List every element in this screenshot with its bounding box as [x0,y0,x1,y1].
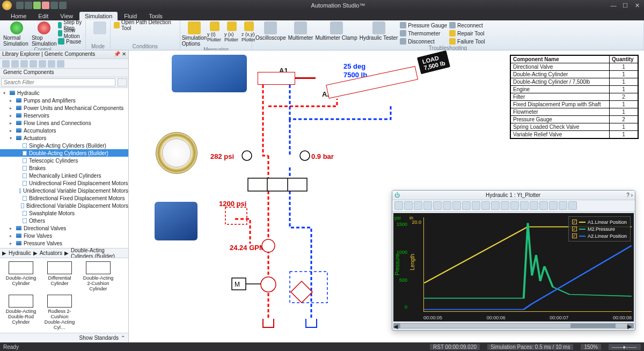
tree-item[interactable]: ▸Power Units and Mechanical Components [0,104,128,112]
svg-rect-5 [225,207,247,224]
qat-icon[interactable] [42,2,49,9]
svg-text:M: M [235,281,240,288]
tree-item[interactable]: ▸Reservoirs [0,112,128,119]
minimize-button[interactable]: — [610,2,617,9]
tree-item[interactable]: ▸Accumulators [0,127,128,134]
tree-item[interactable]: Swashplate Motors [0,209,128,217]
tree-item[interactable]: ▸Flow Valves [0,232,128,239]
title-bar: Automation Studio™ — ☐ ✕ [0,0,644,11]
plotter-title: Hydraulic 1 : Yt_Plotter [400,192,626,198]
multimeter-clamp-button[interactable]: Multimeter Clamp [315,21,357,41]
tab-simulation[interactable]: Simulation [79,12,118,20]
panel-title: Library Explorer | Generic Components [2,51,95,58]
plot-area[interactable]: psi 1500 1000 500 0 Pressure in 20.0 Len… [393,213,634,321]
failure-tool-button[interactable]: Failure Tool [449,38,485,45]
maximize-button[interactable]: ☐ [621,2,629,9]
library-tree[interactable]: ▾Hydraulic▸Pumps and Amplifiers▸Power Un… [0,88,128,248]
slow-button[interactable]: Slow Motion [58,30,82,37]
plotter-toolbar[interactable] [392,200,635,212]
svg-point-0 [242,151,252,160]
plot-scrollbar[interactable]: ◀▶ [393,323,634,329]
schematic-canvas[interactable]: A1 A2 25 deg 7500 lb LOAD7,500 lb 282 ps… [129,50,644,342]
search-input[interactable] [1,78,115,86]
tree-item[interactable]: ▾Hydraulic [0,89,128,97]
symbol-item[interactable]: Double-Acting Cylinder [3,261,39,291]
tree-item[interactable]: ▸Pumps and Amplifiers [0,97,128,104]
status-slider[interactable]: ——●—— [609,344,641,350]
disconnect-button[interactable]: Disconnect [400,38,447,45]
oscilloscope-button[interactable]: Oscilloscope [255,21,286,41]
symbol-item[interactable]: Differential Cylinder [42,261,77,291]
ribbon: Normal Simulation Stop Simulation Step b… [0,20,644,50]
qat-icon[interactable] [50,2,58,9]
tree-item[interactable]: ▸Flow Lines and Connections [0,119,128,127]
tree-item[interactable]: Telescopic Cylinders [0,157,128,164]
plotter-help-icon[interactable]: ? [626,192,630,198]
tree-item[interactable]: Brakes [0,164,128,172]
search-filter-icon[interactable] [118,78,127,86]
breadcrumb[interactable]: ▶Hydraulic ▶Actuators ▶Double-Acting Cyl… [0,248,128,258]
symbol-item[interactable]: Double-Acting Double-Rod Cylinder [3,295,39,330]
status-rst: RST 00:00:09.020 [430,344,480,350]
symbol-item[interactable]: Rodless 2-Cushion Double-Acting Cyl… [42,295,77,330]
window-title: Automation Studio™ [67,2,610,9]
plotter-panel[interactable]: ⏻ Hydraulic 1 : Yt_Plotter ? › psi 1500 … [392,190,635,331]
yx-plotter-button[interactable]: y (x) Plotter [224,21,239,42]
qat-icon[interactable] [59,2,67,9]
status-bar: Ready RST 00:00:09.020 Simulation Paces:… [0,342,644,351]
repair-tool-button[interactable]: Repair Tool [449,30,485,37]
tree-item[interactable]: Others [0,217,128,224]
tree-item[interactable]: Bidirectional Variable Displacement Moto… [0,202,128,209]
menu-tabs: Home Edit View Simulation Fluid Tools [0,11,644,20]
tree-item[interactable]: Mechanically Linked Cylinders [0,172,128,179]
svg-point-1 [300,151,310,160]
pause-button[interactable]: Pause [58,38,82,45]
hydraulic-tester-button[interactable]: Hydraulic Tester [360,21,398,41]
svg-rect-2 [248,178,307,191]
plot-legend[interactable]: ✓A1.Linear Position ✓M2.Pressure ✓A2.Lin… [568,216,631,242]
close-button[interactable]: ✕ [633,2,641,9]
pressure-gauge-button[interactable]: Pressure Gauge [400,21,447,29]
sim-options-button[interactable]: Simulation Options [184,21,205,47]
status-ready: Ready [3,344,19,350]
qat-icon[interactable] [25,2,32,9]
tree-item[interactable]: ▾Actuators [0,134,128,142]
qat-icon[interactable] [16,2,24,9]
normal-sim-button[interactable]: Normal Simulation [3,21,31,47]
tree-item[interactable]: Bidirectional Fixed Displacement Motors [0,194,128,202]
component-table: Component NameQuantityDirectional Valve1… [510,55,639,139]
symbol-grid[interactable]: Double-Acting CylinderDifferential Cylin… [0,258,128,333]
reconnect-button[interactable]: Reconnect [449,21,485,29]
thermometer-button[interactable]: Thermometer [400,30,447,37]
show-standards-button[interactable]: Show Standards [79,335,119,341]
plotter-power-icon[interactable]: ⏻ [394,192,400,198]
library-toolbar[interactable] [0,59,128,69]
svg-point-6 [262,239,275,252]
panel-pin-icon[interactable]: 📌 ✕ [114,51,126,58]
svg-point-9 [261,277,276,292]
app-logo-icon [2,1,12,10]
expand-icon[interactable]: ⌃ [121,335,125,341]
stop-sim-button[interactable]: Stop Simulation [33,21,56,47]
library-panel: Library Explorer | Generic Components📌 ✕… [0,50,129,342]
yt-plotter-button[interactable]: y (t) Plotter [207,21,222,42]
tree-item[interactable]: Unidirectional Variable Displacement Mot… [0,187,128,194]
tree-item[interactable]: Double-Acting Cylinders (Builder) [0,149,128,157]
tab-home[interactable]: Home [5,12,32,20]
tree-item[interactable]: ▸Pressure Valves [0,239,128,247]
library-tab[interactable]: Generic Components [0,69,128,77]
open-path-button[interactable]: Open Path Detection Tool [114,21,177,29]
status-paces: Simulation Paces: 0.5 ms / 10 ms [487,344,573,350]
tree-item[interactable]: Unidirectional Fixed Displacement Motors [0,179,128,187]
quick-access-toolbar[interactable] [16,2,67,9]
multimeter-button[interactable]: Multimeter [288,21,313,41]
qat-icon[interactable] [33,2,41,9]
tab-edit[interactable]: Edit [33,12,54,20]
tree-item[interactable]: Single-Acting Cylinders (Builder) [0,142,128,149]
tree-item[interactable]: ▸Directional Valves [0,224,128,232]
time-axis: 00:00:0500:00:0600:00:0700:00:08 [423,315,632,320]
status-zoom[interactable]: 150% [581,344,601,350]
symbol-item[interactable]: Double-Acting 2-Cushion Cylinder [80,261,116,291]
mode-button[interactable] [89,21,111,35]
plotter-collapse-icon[interactable]: › [631,192,633,198]
